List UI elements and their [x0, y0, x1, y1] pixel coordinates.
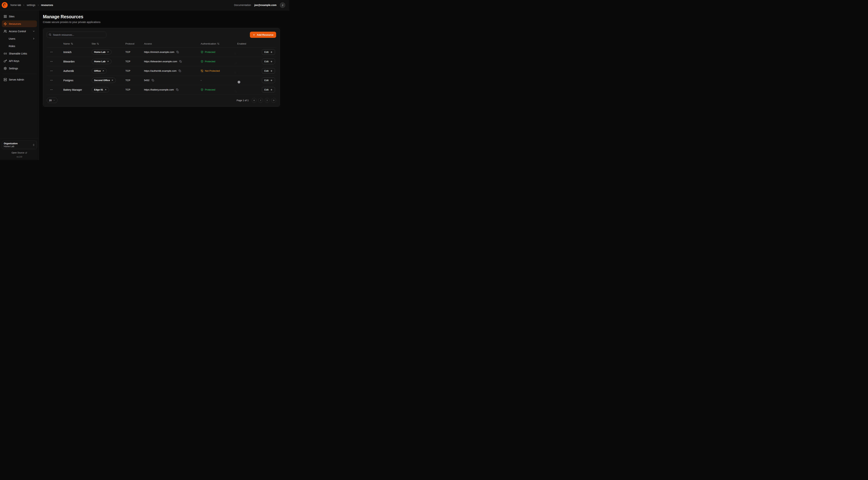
chevron-left-icon — [259, 99, 262, 101]
table-row: Battery Manager Edge 01 TCP https://batt… — [47, 85, 276, 94]
avatar[interactable]: J — [280, 2, 285, 8]
app-logo-icon[interactable] — [1, 2, 8, 8]
sidebar-item-shareable-links[interactable]: Shareable Links — [2, 50, 37, 57]
sidebar-item-settings[interactable]: Settings — [2, 65, 37, 72]
page-subtitle: Create secure proxies to your private ap… — [43, 21, 280, 24]
resource-name: Authentik — [63, 69, 92, 72]
prev-page-button[interactable] — [258, 98, 263, 103]
table-row: Bitwarden Home Lab TCP https://bitwarden… — [47, 57, 276, 66]
resource-protocol: TCP — [125, 69, 144, 72]
edit-button[interactable]: Edit — [262, 87, 275, 92]
open-source-link[interactable]: Open Source — [2, 151, 37, 154]
sidebar-item-label: Sites — [9, 15, 14, 18]
key-icon — [4, 59, 7, 63]
row-menu-button[interactable] — [49, 50, 54, 55]
site-link[interactable]: Second Office — [92, 78, 116, 83]
open-source-label: Open Source — [11, 151, 24, 154]
arrow-right-icon — [270, 79, 273, 82]
copy-icon[interactable] — [176, 88, 179, 91]
documentation-link[interactable]: Documentation — [234, 4, 251, 6]
next-page-button[interactable] — [265, 98, 270, 103]
last-page-button[interactable] — [271, 98, 276, 103]
shield-off-icon — [201, 69, 204, 72]
column-header-protocol: Protocol — [125, 42, 144, 45]
sidebar-item-api-keys[interactable]: API Keys — [2, 58, 37, 64]
plus-icon — [253, 33, 255, 36]
sidebar-item-server-admin[interactable]: Server Admin — [2, 76, 37, 83]
copy-icon[interactable] — [179, 60, 182, 63]
search-input[interactable] — [47, 32, 106, 38]
sidebar-item-access-control[interactable]: Access Control — [2, 28, 37, 35]
sidebar-item-label: Settings — [9, 67, 18, 70]
column-header-name[interactable]: Name — [63, 42, 92, 45]
organization-select[interactable]: Organization Home Lab — [2, 141, 37, 149]
arrow-right-icon — [270, 60, 273, 63]
table-header-row: Name Site Protocol Access Auth — [47, 40, 276, 48]
site-link[interactable]: Home Lab — [92, 50, 112, 55]
sidebar-item-label: Access Control — [9, 30, 26, 33]
resource-access-url[interactable]: https://bitwarden.example.com — [144, 60, 177, 63]
row-menu-button[interactable] — [49, 68, 54, 73]
breadcrumb-chevron-icon — [37, 4, 39, 6]
site-link[interactable]: Edge 01 — [92, 87, 109, 92]
link-icon — [4, 52, 7, 55]
copy-icon[interactable] — [176, 51, 179, 54]
auth-status: Protected — [201, 60, 237, 63]
gear-icon — [4, 67, 7, 70]
resource-access-url[interactable]: https://battery.example.com — [144, 88, 174, 91]
edit-button[interactable]: Edit — [262, 68, 275, 74]
user-email[interactable]: joe@example.com — [254, 4, 277, 6]
table-row: Postgres Second Office TCP 5432 - — [47, 76, 276, 85]
page-title: Manage Resources — [43, 14, 280, 19]
sidebar-item-users[interactable]: Users — [2, 35, 37, 42]
auth-status: - — [201, 79, 237, 82]
breadcrumb-org[interactable]: home-lab — [10, 4, 21, 6]
site-link[interactable]: Office — [92, 68, 107, 73]
arrow-up-right-icon — [107, 60, 109, 62]
column-header-site[interactable]: Site — [92, 42, 125, 45]
row-menu-button[interactable] — [49, 59, 54, 64]
row-menu-button[interactable] — [49, 87, 54, 92]
sidebar-item-sites[interactable]: Sites — [2, 13, 37, 20]
resources-table: Name Site Protocol Access Auth — [47, 40, 276, 94]
copy-icon[interactable] — [151, 79, 155, 82]
breadcrumb: home-lab settings resources — [10, 4, 53, 6]
resource-protocol: TCP — [125, 79, 144, 82]
chevron-right-icon — [266, 99, 268, 101]
organization-value: Home Lab — [4, 145, 18, 148]
shield-check-icon — [201, 60, 204, 63]
resource-access-url[interactable]: 5432 — [144, 79, 150, 82]
external-link-icon — [25, 152, 27, 154]
column-header-authentication[interactable]: Authentication — [201, 42, 237, 45]
breadcrumb-section[interactable]: settings — [27, 4, 35, 6]
server-icon — [4, 78, 7, 81]
resource-name: Postgres — [63, 79, 92, 82]
row-menu-button[interactable] — [49, 78, 54, 83]
sidebar-item-label: Roles — [9, 45, 15, 48]
resource-access-url[interactable]: https://authentik.example.com — [144, 69, 177, 72]
edit-button[interactable]: Edit — [262, 78, 275, 83]
breadcrumb-page[interactable]: resources — [41, 4, 53, 6]
site-link[interactable]: Home Lab — [92, 59, 112, 64]
table-row: Authentik Office TCP https://authentik.e… — [47, 66, 276, 76]
chevron-down-icon — [53, 99, 55, 101]
version-label: v1.3.0 — [2, 156, 37, 158]
auth-status: Protected — [201, 88, 237, 91]
sidebar-item-resources[interactable]: Resources — [2, 21, 37, 27]
sidebar-item-roles[interactable]: Roles — [2, 43, 37, 50]
resource-access-url[interactable]: https://immich.example.com — [144, 51, 174, 53]
sidebar-divider — [2, 74, 36, 74]
arrow-right-icon — [270, 89, 273, 91]
copy-icon[interactable] — [178, 69, 182, 72]
table-row: Immich Home Lab TCP https://immich.examp… — [47, 48, 276, 57]
edit-button[interactable]: Edit — [262, 49, 275, 55]
sort-icon — [217, 42, 219, 45]
add-resource-label: Add Resource — [257, 33, 273, 36]
sidebar-item-label: Resources — [9, 23, 21, 25]
chevrons-right-icon — [273, 99, 275, 101]
arrow-right-icon — [270, 51, 273, 53]
edit-button[interactable]: Edit — [262, 59, 275, 64]
page-size-select[interactable]: 20 — [47, 97, 58, 103]
first-page-button[interactable] — [252, 98, 256, 103]
add-resource-button[interactable]: Add Resource — [250, 32, 276, 38]
